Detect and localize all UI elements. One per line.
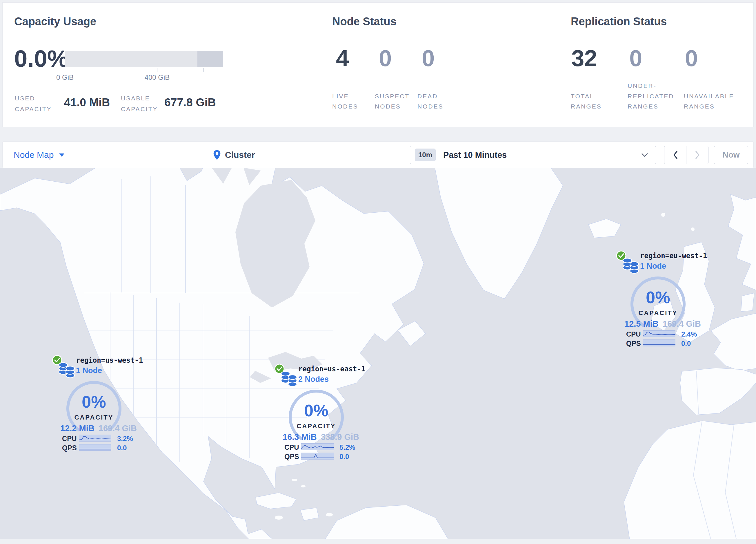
region-nodes-link[interactable]: 2 Nodes bbox=[298, 375, 329, 384]
node-status-title: Node Status bbox=[332, 15, 397, 28]
region-nodes-link[interactable]: 1 Node bbox=[640, 262, 666, 271]
island bbox=[661, 213, 665, 217]
qps-value: 0.0 bbox=[339, 453, 349, 461]
island bbox=[292, 479, 297, 481]
breadcrumb-cluster-label: Cluster bbox=[225, 150, 255, 160]
gauge-percent: 0% bbox=[629, 289, 687, 306]
island bbox=[326, 513, 333, 516]
summary-panel: Capacity Usage 0.0% 0 GiB 400 GiB USED C… bbox=[2, 2, 754, 127]
capacity-usable-value: 338.9 GiB bbox=[321, 432, 359, 442]
suspect-nodes-count: 0 bbox=[379, 47, 392, 70]
database-stack-icon bbox=[57, 361, 77, 380]
used-capacity-label: USED CAPACITY bbox=[15, 93, 61, 115]
used-capacity-value: 41.0 MiB bbox=[64, 96, 110, 109]
view-selector-label: Node Map bbox=[14, 150, 54, 160]
under-replicated-count: 0 bbox=[629, 47, 642, 70]
suspect-nodes-label: SUSPECT NODES bbox=[375, 91, 418, 112]
capacity-usable-value: 169.4 GiB bbox=[663, 319, 701, 329]
gauge-caption: CAPACITY bbox=[65, 414, 123, 421]
capacity-usage-percent: 0.0% bbox=[14, 45, 68, 72]
capacity-usage-bar bbox=[65, 51, 223, 67]
time-window-label: Past 10 Minutes bbox=[443, 150, 641, 160]
axis-tick bbox=[157, 68, 157, 72]
dead-nodes-count: 0 bbox=[422, 47, 435, 70]
live-nodes-count: 4 bbox=[336, 47, 349, 70]
qps-value: 0.0 bbox=[681, 340, 691, 348]
cpu-value: 5.2% bbox=[339, 443, 355, 452]
axis-tick bbox=[203, 68, 203, 72]
under-replicated-label: UNDER-REPLICATED RANGES bbox=[628, 81, 679, 112]
database-stack-icon bbox=[621, 256, 641, 275]
capacity-usage-title: Capacity Usage bbox=[14, 15, 96, 28]
live-nodes-label: LIVE NODES bbox=[332, 91, 376, 112]
chevron-down-icon bbox=[641, 153, 648, 157]
land-denmark bbox=[741, 293, 754, 312]
axis-label-start: 0 GiB bbox=[42, 73, 88, 81]
region-nodes-link[interactable]: 1 Node bbox=[76, 366, 102, 375]
cpu-value: 2.4% bbox=[681, 330, 697, 338]
time-window-badge: 10m bbox=[415, 148, 436, 161]
gauge-percent: 0% bbox=[65, 394, 123, 410]
view-selector-dropdown[interactable]: Node Map bbox=[14, 141, 65, 168]
island bbox=[691, 227, 695, 231]
world-map bbox=[0, 168, 756, 539]
qps-sparkline bbox=[643, 340, 675, 347]
region-label: region=eu-west-1 bbox=[640, 252, 707, 260]
qps-sparkline bbox=[301, 453, 334, 460]
island bbox=[275, 516, 283, 520]
time-step-back-button[interactable] bbox=[664, 146, 686, 164]
island bbox=[301, 485, 306, 487]
region-card-eu-west-1[interactable]: region=eu-west-1 1 Node 0% CAPACITY 12.5… bbox=[616, 250, 711, 348]
usable-capacity-value: 677.8 GiB bbox=[164, 96, 216, 109]
gauge-caption: CAPACITY bbox=[629, 309, 687, 317]
capacity-usable-segment bbox=[197, 51, 223, 67]
time-step-buttons bbox=[664, 146, 708, 164]
unavailable-ranges-label: UNAVAILABLE RANGES bbox=[684, 91, 735, 112]
capacity-used-value: 12.2 MiB bbox=[60, 424, 95, 433]
database-stack-icon bbox=[280, 370, 299, 388]
cpu-value: 3.2% bbox=[117, 435, 133, 443]
time-window-selector[interactable]: 10m Past 10 Minutes bbox=[410, 146, 656, 164]
map-toolbar: Node Map Cluster 10m Past 10 Minutes bbox=[2, 141, 754, 168]
capacity-used-value: 12.5 MiB bbox=[624, 319, 659, 329]
cpu-sparkline bbox=[643, 330, 675, 337]
unavailable-ranges-count: 0 bbox=[685, 47, 698, 70]
replication-status-title: Replication Status bbox=[571, 15, 667, 28]
region-card-us-east-1[interactable]: region=us-east-1 2 Nodes 0% CAPACITY 16.… bbox=[274, 363, 370, 461]
node-map[interactable]: region=us-west-1 1 Node 0% CAPACITY 12.2… bbox=[0, 168, 756, 539]
qps-sparkline bbox=[79, 444, 111, 451]
capacity-used-value: 16.3 MiB bbox=[283, 432, 317, 442]
total-ranges-count: 32 bbox=[571, 47, 597, 70]
cpu-sparkline bbox=[301, 443, 334, 450]
region-label: region=us-east-1 bbox=[298, 365, 365, 373]
chevron-right-icon bbox=[695, 150, 700, 159]
cpu-label: CPU bbox=[284, 443, 299, 452]
axis-tick bbox=[111, 68, 111, 72]
axis-label-mid: 400 GiB bbox=[134, 73, 180, 81]
qps-label: QPS bbox=[626, 340, 641, 348]
region-label: region=us-west-1 bbox=[76, 356, 143, 365]
cpu-sparkline bbox=[79, 435, 111, 442]
dead-nodes-label: DEAD NODES bbox=[417, 91, 461, 112]
total-ranges-label: TOTAL RANGES bbox=[571, 91, 622, 112]
breadcrumb[interactable]: Cluster bbox=[213, 141, 255, 168]
qps-label: QPS bbox=[284, 453, 299, 461]
qps-label: QPS bbox=[62, 444, 77, 452]
qps-value: 0.0 bbox=[117, 444, 127, 452]
axis-tick bbox=[65, 68, 65, 72]
usable-capacity-label: USABLE CAPACITY bbox=[121, 93, 167, 115]
region-card-us-west-1[interactable]: region=us-west-1 1 Node 0% CAPACITY 12.2… bbox=[52, 355, 147, 452]
capacity-usable-value: 169.4 GiB bbox=[99, 424, 137, 433]
time-step-forward-button[interactable] bbox=[686, 146, 708, 164]
gauge-caption: CAPACITY bbox=[287, 423, 345, 430]
chevron-down-icon bbox=[59, 153, 65, 157]
cpu-label: CPU bbox=[62, 435, 77, 443]
location-pin-icon bbox=[213, 150, 221, 160]
cpu-label: CPU bbox=[626, 330, 641, 338]
chevron-left-icon bbox=[673, 150, 678, 159]
gauge-percent: 0% bbox=[287, 402, 345, 419]
now-button[interactable]: Now bbox=[714, 146, 748, 164]
